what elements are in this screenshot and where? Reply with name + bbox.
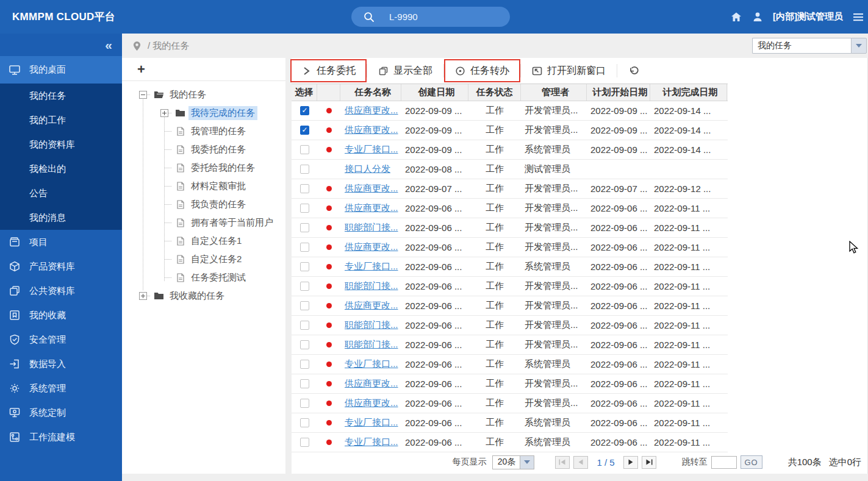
column-header-flag[interactable]	[317, 84, 340, 101]
page-size-value[interactable]: 20条	[492, 455, 520, 469]
go-button[interactable]: GO	[741, 455, 762, 469]
sidebar-item-favorites[interactable]: 我的收藏	[0, 303, 122, 327]
task-name-link[interactable]: 供应商更改...	[345, 105, 398, 116]
column-header-plan-start[interactable]: 计划开始日期	[587, 84, 650, 101]
column-header-created-date[interactable]: 创建日期	[401, 84, 468, 101]
search-input[interactable]: L-9990	[389, 12, 418, 22]
row-checkbox[interactable]	[300, 243, 309, 252]
task-delegate-button[interactable]: 任务委托	[293, 62, 364, 80]
table-row[interactable]: 供应商更改... 2022-09-09 ... 工作 开发管理员... 2022…	[292, 101, 728, 121]
undo-button[interactable]	[620, 62, 647, 80]
task-name-link[interactable]: 专业厂接口...	[345, 358, 398, 370]
tree-node-label[interactable]: 自定义任务2	[188, 252, 244, 266]
tree-node[interactable]: 拥有者等于当前用户	[122, 213, 285, 232]
view-selector[interactable]: 我的任务	[752, 38, 867, 54]
tree-node[interactable]: 自定义任务2	[122, 250, 285, 268]
table-row[interactable]: 专业厂接口... 2022-09-06 ... 工作 系统管理员 2022-09…	[292, 433, 728, 452]
sidebar-item-data-import[interactable]: 数据导入	[0, 352, 122, 376]
sidebar-submenu-item[interactable]: 我的消息	[0, 205, 122, 230]
sidebar-item-my-desktop[interactable]: 我的桌面	[0, 56, 122, 84]
tree-node-label[interactable]: 我管理的任务	[188, 124, 248, 138]
tree-node-label[interactable]: 拥有者等于当前用户	[188, 216, 276, 230]
collapse-icon[interactable]: «	[105, 38, 112, 52]
tree-node-label[interactable]: 任务委托测试	[188, 271, 248, 285]
task-name-link[interactable]: 供应商更改...	[345, 378, 398, 390]
next-page-button[interactable]	[623, 456, 638, 469]
tree-node[interactable]: 我管理的任务	[122, 122, 285, 140]
tree-node-label[interactable]: 材料定额审批	[188, 179, 248, 193]
expand-node-icon[interactable]	[160, 109, 168, 117]
table-row[interactable]: 专业厂接口... 2022-09-06 ... 工作 系统管理员 2022-09…	[292, 257, 728, 277]
task-name-link[interactable]: 职能部门接...	[345, 319, 398, 331]
tree-node[interactable]: 任务委托测试	[122, 268, 285, 287]
table-row[interactable]: 供应商更改... 2022-09-06 ... 工作 开发管理员... 2022…	[292, 238, 728, 257]
task-name-link[interactable]: 专业厂接口...	[345, 436, 398, 448]
task-name-link[interactable]: 供应商更改...	[345, 183, 398, 194]
previous-page-button[interactable]	[573, 456, 588, 469]
task-name-link[interactable]: 职能部门接...	[345, 222, 398, 233]
tree-node[interactable]: 我待完成的任务	[122, 104, 285, 122]
task-name-link[interactable]: 接口人分发	[345, 163, 390, 175]
tree-node-label[interactable]: 我的任务	[167, 88, 209, 102]
table-row[interactable]: 供应商更改... 2022-09-06 ... 工作 开发管理员... 2022…	[292, 199, 728, 218]
task-name-link[interactable]: 职能部门接...	[345, 339, 398, 351]
task-name-link[interactable]: 职能部门接...	[345, 280, 398, 292]
tree-node[interactable]: 我收藏的任务	[122, 287, 285, 305]
row-checkbox[interactable]	[300, 282, 309, 291]
row-checkbox[interactable]	[300, 165, 309, 174]
row-checkbox[interactable]	[300, 106, 309, 115]
row-checkbox[interactable]	[300, 204, 309, 213]
tree-node[interactable]: 委托给我的任务	[122, 159, 285, 177]
table-row[interactable]: 供应商更改... 2022-09-06 ... 工作 开发管理员... 2022…	[292, 374, 728, 394]
column-header-select[interactable]: 选择	[292, 84, 317, 101]
column-header-manager[interactable]: 管理者	[521, 84, 587, 101]
table-row[interactable]: 供应商更改... 2022-09-06 ... 工作 开发管理员... 2022…	[292, 296, 728, 316]
table-row[interactable]: 供应商更改... 2022-09-09 ... 工作 开发管理员... 2022…	[292, 121, 728, 140]
table-row[interactable]: 职能部门接... 2022-09-06 ... 工作 开发管理员... 2022…	[292, 335, 728, 355]
tree-node-label[interactable]: 我收藏的任务	[167, 289, 227, 303]
row-checkbox[interactable]	[300, 184, 309, 193]
table-row[interactable]: 供应商更改... 2022-09-06 ... 工作 开发管理员... 2022…	[292, 394, 728, 413]
sidebar-item-system-custom[interactable]: 系统定制	[0, 401, 122, 425]
sidebar-submenu-item[interactable]: 我的资料库	[0, 132, 122, 157]
sidebar-collapse[interactable]: «	[0, 34, 122, 56]
tree-node[interactable]: 材料定额审批	[122, 177, 285, 195]
table-row[interactable]: 专业厂接口... 2022-09-06 ... 工作 系统管理员 2022-09…	[292, 355, 728, 374]
sidebar-submenu-item[interactable]: 我的工作	[0, 108, 122, 132]
sidebar-submenu-item[interactable]: 我的任务	[0, 84, 122, 108]
sidebar-item-security[interactable]: 安全管理	[0, 327, 122, 352]
collapse-node-icon[interactable]	[139, 91, 147, 99]
row-checkbox[interactable]	[300, 223, 309, 232]
add-node-button[interactable]: +	[137, 63, 145, 76]
row-checkbox[interactable]	[300, 340, 309, 349]
row-checkbox[interactable]	[300, 379, 309, 388]
sidebar-submenu-item[interactable]: 公告	[0, 181, 122, 205]
task-name-link[interactable]: 供应商更改...	[345, 202, 398, 214]
row-checkbox[interactable]	[300, 360, 309, 369]
row-checkbox[interactable]	[300, 145, 309, 154]
tree-node[interactable]: 自定义任务1	[122, 232, 285, 250]
row-checkbox[interactable]	[300, 438, 309, 447]
sidebar-submenu-item[interactable]: 我检出的	[0, 157, 122, 181]
row-checkbox[interactable]	[300, 262, 309, 271]
table-row[interactable]: 专业厂接口... 2022-09-06 ... 工作 系统管理员 2022-09…	[292, 413, 728, 433]
current-user-label[interactable]: [内部]测试管理员	[773, 11, 843, 23]
table-row[interactable]: 供应商更改... 2022-09-07 ... 工作 开发管理员... 2022…	[292, 179, 728, 199]
table-row[interactable]: 职能部门接... 2022-09-06 ... 工作 开发管理员... 2022…	[292, 316, 728, 335]
user-icon[interactable]	[751, 11, 764, 23]
task-name-link[interactable]: 供应商更改...	[345, 124, 398, 136]
tree-node-label[interactable]: 我委托的任务	[188, 143, 248, 157]
page-size-dropdown-button[interactable]	[520, 455, 534, 469]
last-page-button[interactable]	[642, 456, 656, 469]
tree-node-label[interactable]: 自定义任务1	[188, 234, 244, 248]
first-page-button[interactable]	[555, 456, 570, 469]
global-search[interactable]: L-9990	[351, 7, 510, 27]
tree-node[interactable]: 我的任务	[122, 85, 285, 104]
column-header-status[interactable]: 任务状态	[468, 84, 521, 101]
tree-node[interactable]: 我负责的任务	[122, 195, 285, 213]
sidebar-item-project[interactable]: 项目	[0, 230, 122, 254]
task-name-link[interactable]: 专业厂接口...	[345, 417, 398, 429]
task-name-link[interactable]: 专业厂接口...	[345, 261, 398, 273]
row-checkbox[interactable]	[300, 321, 309, 330]
task-name-link[interactable]: 供应商更改...	[345, 241, 398, 253]
